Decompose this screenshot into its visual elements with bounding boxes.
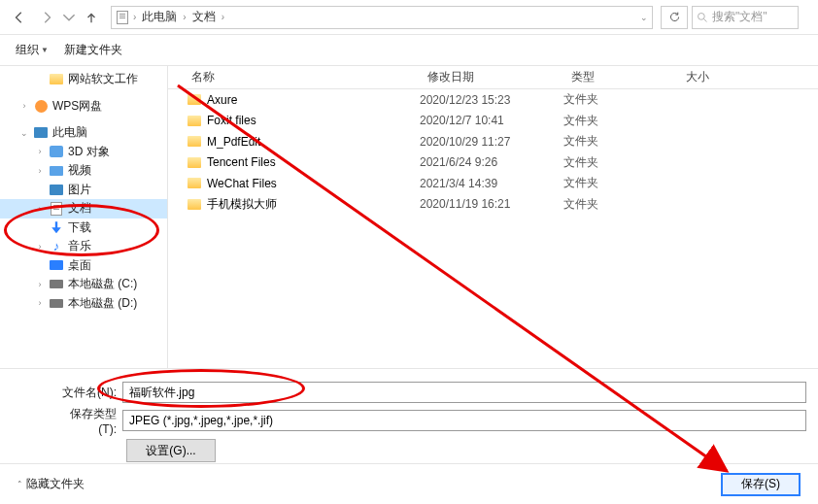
sidebar-item[interactable]: 图片 <box>0 181 167 200</box>
new-folder-button[interactable]: 新建文件夹 <box>64 42 122 58</box>
sidebar-item-label: WPS网盘 <box>52 98 102 115</box>
footer: ˄ 隐藏文件夹 保存(S) <box>0 463 818 504</box>
history-dropdown[interactable] <box>62 6 76 29</box>
chevron-up-icon: ˄ <box>17 480 22 489</box>
breadcrumb-dropdown[interactable]: ⌄ <box>640 13 648 22</box>
sidebar-item[interactable]: ›♪音乐 <box>0 237 167 256</box>
sidebar: 网站软文工作›WPS网盘⌄此电脑›3D 对象›视频图片›文档下载›♪音乐桌面›本… <box>0 66 168 368</box>
sidebar-item-label: 文档 <box>68 200 91 217</box>
folder-icon <box>49 73 64 86</box>
filetype-select[interactable] <box>122 410 806 431</box>
folder-icon <box>187 116 201 126</box>
file-name: WeChat Files <box>207 177 277 190</box>
sidebar-item-label: 下载 <box>68 219 91 236</box>
file-date: 2020/10/29 11:27 <box>420 135 563 149</box>
breadcrumb[interactable]: › 此电脑 › 文档 › ⌄ <box>111 6 653 29</box>
hide-folders-button[interactable]: ˄ 隐藏文件夹 <box>17 476 85 492</box>
video-icon <box>49 164 64 178</box>
breadcrumb-segment[interactable]: 此电脑 <box>140 9 179 25</box>
file-list: Axure2020/12/23 15:23文件夹Foxit files2020/… <box>168 89 818 215</box>
header-size[interactable]: 大小 <box>678 69 818 85</box>
svg-point-0 <box>699 13 705 19</box>
sidebar-item[interactable]: ›文档 <box>0 199 167 218</box>
search-placeholder: 搜索"文档" <box>712 9 767 25</box>
folder-icon <box>187 157 201 168</box>
table-row[interactable]: Foxit files2020/12/7 10:41文件夹 <box>168 111 818 132</box>
chevron-icon: › <box>133 12 136 22</box>
desktop-icon <box>49 258 64 272</box>
table-row[interactable]: Tencent Files2021/6/24 9:26文件夹 <box>168 152 818 174</box>
sidebar-item[interactable]: 桌面 <box>0 256 167 276</box>
folder-icon <box>187 94 201 105</box>
pc-icon <box>33 126 49 140</box>
sidebar-item-label: 图片 <box>68 182 91 198</box>
chevron-icon: › <box>35 280 45 289</box>
chevron-down-icon: ▼ <box>41 46 49 54</box>
file-date: 2020/12/23 15:23 <box>420 93 563 107</box>
file-name: Axure <box>207 93 237 107</box>
file-date: 2020/12/7 10:41 <box>420 114 563 127</box>
forward-button[interactable] <box>35 6 58 29</box>
folder-icon <box>187 178 201 188</box>
chevron-icon: › <box>35 166 45 176</box>
chevron-icon: › <box>35 242 45 252</box>
file-name: Tencent Files <box>207 155 276 169</box>
search-input[interactable]: 搜索"文档" <box>692 6 799 29</box>
chevron-icon: › <box>35 298 45 308</box>
header-type[interactable]: 类型 <box>563 69 678 85</box>
table-row[interactable]: Axure2020/12/23 15:23文件夹 <box>168 89 818 111</box>
file-type: 文件夹 <box>563 196 678 213</box>
chevron-icon: › <box>19 101 29 111</box>
chevron-icon: › <box>35 204 45 214</box>
sidebar-item[interactable]: ›3D 对象 <box>0 143 167 162</box>
filetype-label: 保存类型(T): <box>52 406 122 436</box>
filename-input[interactable] <box>122 382 806 403</box>
table-row[interactable]: WeChat Files2021/3/4 14:39文件夹 <box>168 173 818 194</box>
file-type: 文件夹 <box>563 133 678 150</box>
file-name: Foxit files <box>207 114 256 127</box>
up-button[interactable] <box>80 6 103 29</box>
chevron-icon: › <box>35 147 45 156</box>
save-form: 文件名(N): 保存类型(T): 设置(G)... <box>0 368 818 470</box>
back-button[interactable] <box>8 6 31 29</box>
save-button[interactable]: 保存(S) <box>721 473 801 496</box>
folder-icon <box>187 199 201 210</box>
doc-icon <box>49 202 64 216</box>
header-date[interactable]: 修改日期 <box>420 69 563 85</box>
file-list-header: 名称 修改日期 类型 大小 <box>168 66 818 89</box>
file-name: 手机模拟大师 <box>207 196 277 213</box>
sidebar-item[interactable]: 下载 <box>0 218 167 238</box>
sidebar-item[interactable]: ›本地磁盘 (D:) <box>0 294 167 314</box>
file-date: 2021/6/24 9:26 <box>420 155 563 169</box>
table-row[interactable]: M_PdfEdit2020/10/29 11:27文件夹 <box>168 131 818 152</box>
file-name: M_PdfEdit <box>207 135 260 149</box>
chevron-icon: › <box>222 12 224 22</box>
sidebar-item[interactable]: ›视频 <box>0 161 167 181</box>
file-type: 文件夹 <box>563 175 678 191</box>
file-type: 文件夹 <box>563 154 678 171</box>
sidebar-item-label: 视频 <box>68 162 91 179</box>
sidebar-item-label: 网站软文工作 <box>68 71 138 87</box>
sidebar-item-label: 本地磁盘 (D:) <box>68 295 137 312</box>
chevron-icon: › <box>183 12 186 22</box>
sidebar-item[interactable]: ⌄此电脑 <box>0 123 167 143</box>
refresh-button[interactable] <box>661 6 688 29</box>
folder-icon <box>187 136 201 147</box>
sidebar-item[interactable]: 网站软文工作 <box>0 70 167 89</box>
wps-icon <box>33 99 49 113</box>
sidebar-item[interactable]: ›本地磁盘 (C:) <box>0 275 167 294</box>
navigation-bar: › 此电脑 › 文档 › ⌄ 搜索"文档" <box>0 0 818 35</box>
organize-button[interactable]: 组织 ▼ <box>16 42 49 58</box>
header-name[interactable]: 名称 <box>168 69 420 85</box>
breadcrumb-segment[interactable]: 文档 <box>190 9 218 25</box>
sidebar-item-label: 桌面 <box>68 257 91 274</box>
table-row[interactable]: 手机模拟大师2020/11/19 16:21文件夹 <box>168 194 818 216</box>
settings-button[interactable]: 设置(G)... <box>126 439 216 462</box>
file-date: 2020/11/19 16:21 <box>420 197 563 211</box>
sidebar-item[interactable]: ›WPS网盘 <box>0 97 167 117</box>
document-icon <box>116 11 129 24</box>
chevron-icon: ⌄ <box>19 128 29 138</box>
sidebar-item-label: 音乐 <box>68 238 91 254</box>
download-icon <box>49 220 64 234</box>
toolbar: 组织 ▼ 新建文件夹 <box>0 35 818 66</box>
